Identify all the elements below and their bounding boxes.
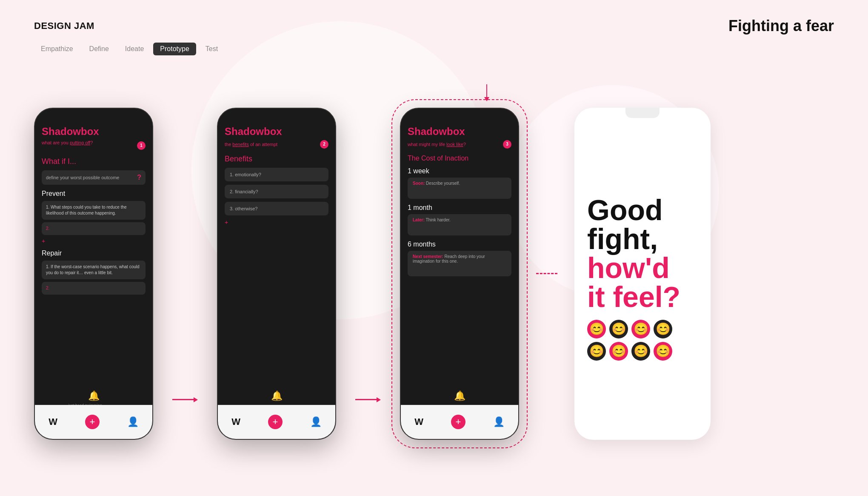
phone-3-wrapper: Shadowbox what might my life look like? …: [400, 108, 519, 440]
arrow-2-line: [355, 399, 377, 400]
header: DESIGN JAM Fighting a fear: [34, 17, 834, 35]
phone-3-week-label: 1 week: [408, 167, 511, 175]
phone-2-screen: Shadowbox the benefits of an attempt 2 B…: [218, 109, 335, 439]
arrow-1-head: [194, 397, 198, 402]
arrow-1-line: [172, 399, 194, 400]
phone-3-screen: Shadowbox what might my life look like? …: [401, 109, 518, 439]
phone-2-nav-person[interactable]: 👤: [310, 416, 322, 427]
phone-1-nav-person[interactable]: 👤: [127, 416, 139, 427]
phone-2-logo: Shadowbox: [225, 126, 328, 138]
tab-ideate[interactable]: Ideate: [118, 43, 151, 55]
phone-2-nav-w[interactable]: W: [231, 416, 240, 427]
phone-3-step-label: what might my life look like?: [408, 142, 466, 147]
phone-1-input[interactable]: define your worst possible outcome ?: [42, 170, 146, 185]
result-line2: fight,: [587, 224, 698, 253]
phone-1-step-badge: 1: [137, 141, 146, 150]
phone-2-step-badge: 2: [320, 140, 328, 149]
phone-1-question-icon: ?: [137, 174, 141, 181]
phone-2-bell: 🔔: [271, 390, 283, 401]
tab-test[interactable]: Test: [199, 43, 225, 55]
logo: DESIGN JAM: [34, 20, 94, 32]
result-card-notch: [625, 108, 660, 118]
arrow-connector-1: [170, 108, 200, 440]
phone-1-step-label: what are you putting off?: [42, 140, 93, 145]
emoji-4[interactable]: 😊: [654, 320, 672, 338]
phone-3-months6-label: 6 months: [408, 241, 511, 248]
phone-2: Shadowbox the benefits of an attempt 2 B…: [217, 108, 336, 440]
phone-2-step-label: the benefits of an attempt: [225, 142, 277, 147]
arrow-2-body: [355, 397, 381, 402]
emoji-5[interactable]: 😊: [587, 342, 606, 361]
emoji-grid: 😊 😊 😊 😊 😊 😊 😊 😊: [587, 320, 672, 361]
emoji-1[interactable]: 😊: [587, 320, 606, 338]
phone-1-add-btn[interactable]: +: [42, 238, 146, 244]
phone-3-nav-person[interactable]: 👤: [493, 416, 505, 427]
tab-define[interactable]: Define: [83, 43, 116, 55]
phone-1-bell: 🔔: [88, 390, 100, 401]
phone-1-screen: Shadowbox what are you putting off? 1 Wh…: [35, 109, 152, 439]
phone-2-bottom-nav: W + 👤: [218, 405, 335, 439]
phone-1-repair-title: Repair: [42, 249, 146, 257]
arrow-1-body: [172, 397, 198, 402]
phone-1-bottom-nav: W + 👤: [35, 405, 152, 439]
result-card: Good fight, how'd it feel? 😊 😊 😊 😊 😊 😊 😊…: [574, 108, 711, 440]
phone-1-repair-1[interactable]: 1. If the worst-case scenario happens, w…: [42, 261, 146, 279]
result-line4: it feel?: [587, 282, 698, 311]
phone-3-logo: Shadowbox: [408, 126, 511, 138]
phone-2-add-btn[interactable]: +: [225, 219, 328, 226]
phone-1-nav-plus[interactable]: +: [85, 415, 100, 429]
phone-1-nav-w[interactable]: W: [49, 416, 57, 427]
phone-3-week-item[interactable]: Soon: Describe yourself.: [408, 178, 511, 199]
arrow-2-head: [377, 397, 381, 402]
emoji-2[interactable]: 😊: [609, 320, 628, 338]
phone-3-bell: 🔔: [454, 390, 465, 401]
phone-2-benefit-1[interactable]: 1. emotionally?: [225, 168, 328, 181]
phone-1-logo-black: Shadow: [42, 126, 81, 137]
phone-3-section-title: The Cost of Inaction: [408, 155, 511, 162]
arrow-connector-2: [353, 108, 383, 440]
emoji-6[interactable]: 😊: [609, 342, 628, 361]
phone-3-notch: [440, 109, 479, 120]
phone-1-logo-pink: box: [81, 126, 99, 137]
phone-3-months6-item[interactable]: Next semester: Reach deep into your imag…: [408, 251, 511, 276]
tab-empathize[interactable]: Empathize: [34, 43, 80, 55]
down-arrow-indicator: [484, 84, 489, 101]
phone-3-nav-w[interactable]: W: [414, 416, 423, 427]
phone-3-bottom-nav: W + 👤: [401, 405, 518, 439]
emoji-8[interactable]: 😊: [654, 342, 672, 361]
phone-2-section-title: Benefits: [225, 155, 328, 163]
phone-1-section1-title: What if I...: [42, 157, 146, 166]
result-card-text: Good fight, how'd it feel?: [587, 195, 698, 311]
phone-1-prevent-title: Prevent: [42, 190, 146, 198]
phone-1-prevent-1[interactable]: 1. What steps could you take to reduce t…: [42, 201, 146, 220]
phone-2-notch: [257, 109, 296, 120]
phone-1-prevent-2[interactable]: 2.: [42, 222, 146, 235]
phone-3: Shadowbox what might my life look like? …: [400, 108, 519, 440]
dashed-connector: [536, 108, 557, 440]
emoji-3[interactable]: 😊: [631, 320, 650, 338]
phone-3-month-label: 1 month: [408, 204, 511, 212]
phone-1-logo: Shadowbox: [42, 126, 146, 138]
emoji-7[interactable]: 😊: [631, 342, 650, 361]
page-title: Fighting a fear: [728, 17, 834, 35]
phone-1-notch: [74, 109, 113, 120]
tab-prototype[interactable]: Prototype: [153, 43, 196, 55]
phone-1-repair-2[interactable]: 2.: [42, 282, 146, 295]
phones-area: Shadowbox what are you putting off? 1 Wh…: [34, 68, 834, 479]
dashed-line: [536, 273, 557, 274]
phone-3-month-item[interactable]: Later: Think harder.: [408, 214, 511, 235]
nav-tabs: Empathize Define Ideate Prototype Test: [34, 43, 225, 55]
phone-3-step-badge: 3: [503, 140, 511, 149]
phone-2-benefit-3[interactable]: 3. otherwise?: [225, 202, 328, 215]
phone-2-benefit-2[interactable]: 2. financially?: [225, 185, 328, 198]
result-line1: Good: [587, 195, 698, 224]
result-line3: how'd: [587, 253, 698, 282]
phone-3-nav-plus[interactable]: +: [451, 415, 465, 429]
phone-1: Shadowbox what are you putting off? 1 Wh…: [34, 108, 153, 440]
phone-2-nav-plus[interactable]: +: [268, 415, 283, 429]
